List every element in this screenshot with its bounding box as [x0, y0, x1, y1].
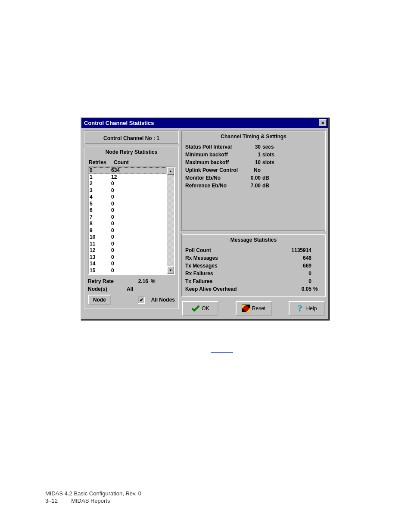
- ok-button[interactable]: OK: [182, 301, 218, 316]
- svg-text:?: ?: [298, 304, 302, 313]
- list-item[interactable]: 70: [89, 214, 167, 221]
- nodes-value: All: [127, 286, 148, 292]
- check-icon: [191, 305, 200, 312]
- list-item[interactable]: 30: [89, 187, 167, 194]
- scroll-down-icon[interactable]: ▼: [167, 266, 174, 274]
- list-item[interactable]: 110: [89, 241, 167, 248]
- timing-row: Status Poll Interval30secs: [185, 143, 322, 151]
- timing-row: Uplink Power ControlNo: [185, 166, 322, 174]
- list-item[interactable]: 60: [89, 207, 167, 214]
- list-item[interactable]: 140: [89, 261, 167, 268]
- footer-page-num: 3–12: [45, 498, 58, 504]
- retry-rate-unit: %: [148, 278, 156, 284]
- scroll-up-icon[interactable]: ▲: [167, 167, 174, 175]
- message-title: Message Statistics: [185, 237, 322, 243]
- retry-listbox[interactable]: 0634112203040506070809010011012013014015…: [88, 166, 175, 275]
- retry-rate-label: Retry Rate: [88, 278, 127, 284]
- list-item[interactable]: 112: [89, 174, 167, 181]
- message-row: Poll Count1135914: [185, 246, 322, 254]
- timing-title: Channel Timing & Settings: [185, 134, 322, 140]
- nodes-label: Node(s): [88, 286, 127, 292]
- message-row: Rx Failures0: [185, 270, 322, 277]
- timing-row: Minimum backoff1slots: [185, 151, 322, 159]
- list-item[interactable]: 80: [89, 221, 167, 227]
- list-item[interactable]: 20: [89, 180, 167, 187]
- node-button[interactable]: Node: [88, 295, 111, 305]
- footer-line1: MIDAS 4.2 Basic Configuration, Rev. 0: [45, 490, 141, 497]
- list-item[interactable]: 150: [89, 268, 167, 274]
- list-item[interactable]: 130: [89, 254, 167, 261]
- close-icon[interactable]: ✕: [319, 119, 327, 126]
- scrollbar[interactable]: ▲ ▼: [167, 167, 174, 274]
- timing-row: Reference Eb/No7.00dB: [185, 182, 322, 190]
- timing-row: Maximum backoff10slots: [185, 159, 322, 166]
- timing-row: Monitor Eb/No0.00dB: [185, 174, 322, 182]
- list-item[interactable]: 90: [89, 227, 167, 234]
- message-row: Tx Failures0: [185, 277, 322, 285]
- retry-rate-value: 2.16: [127, 278, 148, 284]
- all-nodes-label: All Nodes: [151, 297, 175, 303]
- help-icon: ?: [297, 304, 305, 313]
- scroll-track[interactable]: [167, 175, 174, 266]
- dialog-title: Control Channel Statistics: [84, 120, 154, 126]
- titlebar: Control Channel Statistics ✕: [81, 118, 328, 128]
- control-channel-no: Control Channel No : 1: [88, 134, 175, 142]
- list-item[interactable]: 100: [89, 234, 167, 241]
- reset-icon: [242, 305, 250, 312]
- control-channel-statistics-dialog: Control Channel Statistics ✕ Control Cha…: [81, 117, 329, 320]
- link-underline: [211, 352, 233, 353]
- page-footer: MIDAS 4.2 Basic Configuration, Rev. 0 3–…: [45, 490, 141, 504]
- svg-point-3: [243, 306, 249, 311]
- message-row: Keep Alive Overhead0.05%: [185, 285, 322, 293]
- reset-button[interactable]: Reset: [236, 301, 272, 316]
- message-row: Tx Messages669: [185, 262, 322, 270]
- list-item[interactable]: 0634: [89, 167, 167, 174]
- retry-table-header: Retries Count: [88, 159, 175, 166]
- all-nodes-checkbox[interactable]: ✔: [138, 296, 145, 304]
- node-retry-title: Node Retry Statistics: [88, 149, 175, 155]
- list-item[interactable]: 120: [89, 247, 167, 254]
- help-button[interactable]: ? Help: [289, 301, 325, 316]
- list-item[interactable]: 40: [89, 194, 167, 201]
- message-row: Rx Messages648: [185, 254, 322, 262]
- list-item[interactable]: 50: [89, 201, 167, 208]
- footer-section: MIDAS Reports: [71, 498, 110, 504]
